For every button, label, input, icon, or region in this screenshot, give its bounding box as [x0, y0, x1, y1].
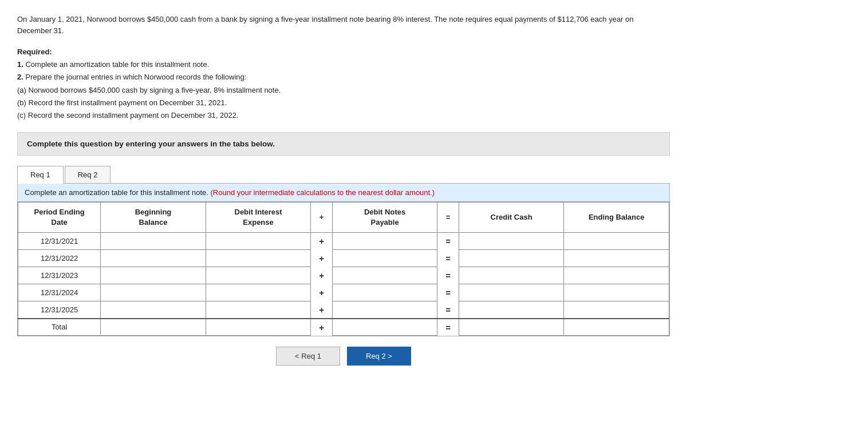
- beginning-balance-row-2[interactable]: [101, 267, 206, 284]
- credit-cash-row-5[interactable]: [459, 319, 564, 336]
- beginning-balance-row-3[interactable]: [101, 284, 206, 301]
- table-row-date-0: 12/31/2021: [18, 233, 101, 250]
- debit-interest-row-5[interactable]: [206, 319, 311, 336]
- plus-op-row-3: +: [311, 284, 332, 301]
- ending-balance-row-5[interactable]: [564, 319, 669, 336]
- credit-cash-input-5[interactable]: [464, 323, 559, 331]
- credit-cash-row-3[interactable]: [459, 284, 564, 301]
- debit-notes-payable-input-2[interactable]: [337, 271, 433, 280]
- credit-cash-row-0[interactable]: [459, 233, 564, 250]
- col-header-credit-cash: Credit Cash: [459, 202, 564, 232]
- debit-interest-row-2[interactable]: [206, 267, 311, 284]
- plus-op-row-1: +: [311, 250, 332, 267]
- equals-op-row-5: =: [437, 319, 459, 336]
- debit-notes-payable-input-4[interactable]: [337, 305, 433, 314]
- debit-notes-payable-row-5[interactable]: [332, 319, 437, 336]
- ending-balance-row-4[interactable]: [564, 301, 669, 319]
- equals-op-row-0: =: [437, 233, 459, 250]
- table-row-date-1: 12/31/2022: [18, 250, 101, 267]
- beginning-balance-row-5[interactable]: [101, 319, 206, 336]
- beginning-balance-input-2[interactable]: [105, 271, 201, 280]
- col-header-beginning: BeginningBalance: [101, 202, 206, 232]
- ending-balance-input-1[interactable]: [569, 254, 664, 263]
- beginning-balance-row-4[interactable]: [101, 301, 206, 319]
- debit-interest-row-1[interactable]: [206, 250, 311, 267]
- ending-balance-input-4[interactable]: [569, 305, 664, 314]
- col-header-ending-balance: Ending Balance: [564, 202, 669, 232]
- navigation-buttons: < Req 1 Req 2 >: [17, 347, 670, 366]
- amort-table-wrapper: Period EndingDate BeginningBalance Debit…: [18, 202, 669, 336]
- beginning-balance-row-0[interactable]: [101, 233, 206, 250]
- debit-interest-input-0[interactable]: [211, 237, 306, 245]
- credit-cash-row-1[interactable]: [459, 250, 564, 267]
- tab-req1[interactable]: Req 1: [17, 166, 64, 184]
- table-row-date-5: Total: [18, 319, 101, 336]
- debit-interest-input-4[interactable]: [211, 305, 306, 314]
- ending-balance-input-2[interactable]: [569, 271, 664, 280]
- ending-balance-input-0[interactable]: [569, 237, 664, 245]
- credit-cash-row-4[interactable]: [459, 301, 564, 319]
- debit-notes-payable-input-3[interactable]: [337, 288, 433, 297]
- beginning-balance-input-1[interactable]: [105, 254, 201, 263]
- amortization-table: Period EndingDate BeginningBalance Debit…: [18, 202, 669, 336]
- col-header-equals: =: [437, 202, 459, 232]
- beginning-balance-input-4[interactable]: [105, 305, 201, 314]
- beginning-balance-input-3[interactable]: [105, 288, 201, 297]
- beginning-balance-row-1[interactable]: [101, 250, 206, 267]
- debit-notes-payable-row-2[interactable]: [332, 267, 437, 284]
- plus-op-row-2: +: [311, 267, 332, 284]
- debit-interest-input-2[interactable]: [211, 271, 306, 280]
- debit-notes-payable-input-1[interactable]: [337, 254, 433, 263]
- col-header-debit-interest: Debit InterestExpense: [206, 202, 311, 232]
- intro-paragraph: On January 1, 2021, Norwood borrows $450…: [17, 14, 670, 37]
- ending-balance-input-5[interactable]: [569, 323, 664, 331]
- instruction-box: Complete this question by entering your …: [17, 132, 670, 156]
- plus-op-row-5: +: [311, 319, 332, 336]
- credit-cash-input-0[interactable]: [464, 237, 559, 245]
- ending-balance-row-3[interactable]: [564, 284, 669, 301]
- equals-op-row-4: =: [437, 301, 459, 319]
- debit-interest-row-4[interactable]: [206, 301, 311, 319]
- table-row-date-2: 12/31/2023: [18, 267, 101, 284]
- debit-interest-row-0[interactable]: [206, 233, 311, 250]
- next-button[interactable]: Req 2 >: [347, 347, 411, 366]
- plus-op-row-0: +: [311, 233, 332, 250]
- debit-notes-payable-input-5[interactable]: [337, 323, 433, 331]
- equals-op-row-2: =: [437, 267, 459, 284]
- required-section: Required: 1. Complete an amortization ta…: [17, 46, 670, 122]
- credit-cash-input-1[interactable]: [464, 254, 559, 263]
- credit-cash-input-4[interactable]: [464, 305, 559, 314]
- beginning-balance-input-0[interactable]: [105, 237, 201, 245]
- ending-balance-input-3[interactable]: [569, 288, 664, 297]
- debit-interest-input-1[interactable]: [211, 254, 306, 263]
- table-row-date-4: 12/31/2025: [18, 301, 101, 319]
- credit-cash-input-2[interactable]: [464, 271, 559, 280]
- debit-notes-payable-input-0[interactable]: [337, 237, 433, 245]
- debit-notes-payable-row-4[interactable]: [332, 301, 437, 319]
- tab-content: Complete an amortization table for this …: [17, 183, 670, 336]
- credit-cash-row-2[interactable]: [459, 267, 564, 284]
- prev-button[interactable]: < Req 1: [276, 347, 340, 366]
- debit-interest-row-3[interactable]: [206, 284, 311, 301]
- amort-instruction: Complete an amortization table for this …: [18, 184, 669, 202]
- ending-balance-row-1[interactable]: [564, 250, 669, 267]
- debit-interest-input-3[interactable]: [211, 288, 306, 297]
- debit-interest-input-5[interactable]: [211, 323, 306, 331]
- beginning-balance-input-5[interactable]: [105, 323, 201, 331]
- debit-notes-payable-row-1[interactable]: [332, 250, 437, 267]
- col-header-period: Period EndingDate: [18, 202, 101, 232]
- table-row-date-3: 12/31/2024: [18, 284, 101, 301]
- ending-balance-row-0[interactable]: [564, 233, 669, 250]
- debit-notes-payable-row-0[interactable]: [332, 233, 437, 250]
- equals-op-row-1: =: [437, 250, 459, 267]
- debit-notes-payable-row-3[interactable]: [332, 284, 437, 301]
- tabs-container: Req 1 Req 2: [17, 166, 670, 184]
- tab-req2[interactable]: Req 2: [65, 166, 111, 184]
- col-header-plus: +: [311, 202, 332, 232]
- credit-cash-input-3[interactable]: [464, 288, 559, 297]
- col-header-debit-notes: Debit NotesPayable: [332, 202, 437, 232]
- ending-balance-row-2[interactable]: [564, 267, 669, 284]
- equals-op-row-3: =: [437, 284, 459, 301]
- plus-op-row-4: +: [311, 301, 332, 319]
